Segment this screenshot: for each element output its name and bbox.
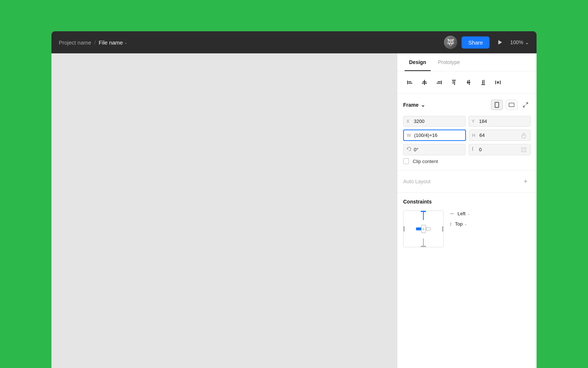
rotation-svg: [406, 146, 412, 152]
y-label: Y: [472, 119, 477, 124]
align-center-v-button[interactable]: [418, 76, 431, 89]
constraints-section: Constraints +: [397, 193, 537, 253]
tab-prototype[interactable]: Prototype: [434, 53, 465, 71]
avatar-image: 🐺: [444, 36, 457, 49]
align-right-icon: [436, 79, 442, 86]
svg-rect-23: [509, 103, 514, 107]
main-window: Project name / File name ⌄ 🐺 Share 100% …: [51, 31, 537, 368]
collapse-button[interactable]: [520, 100, 531, 110]
alignment-section: [397, 71, 537, 94]
constraint-selects: ↔ Left ⌄ ↕ Top ⌄: [449, 210, 531, 227]
auto-layout-section: Auto Layout +: [397, 170, 537, 193]
align-center-v-icon: [421, 79, 428, 86]
expand-corners-svg: [521, 147, 526, 152]
align-bottom-button[interactable]: [477, 76, 490, 89]
align-right-button[interactable]: [433, 76, 446, 89]
svg-rect-7: [441, 81, 442, 84]
align-center-h-button[interactable]: [462, 76, 475, 89]
w-field[interactable]: W (100/4)+16: [403, 130, 466, 141]
clip-content-row: Clip content: [403, 158, 531, 164]
collapse-icon: [523, 102, 528, 108]
lock-icon[interactable]: [520, 132, 527, 138]
clip-content-checkbox[interactable]: [403, 158, 409, 164]
breadcrumb: Project name / File name ⌄: [59, 39, 127, 46]
breadcrumb-separator: /: [94, 39, 96, 46]
w-label: W: [407, 133, 412, 138]
align-left-button[interactable]: [403, 76, 416, 89]
main-content: Design Prototype: [51, 53, 537, 368]
portrait-button[interactable]: [491, 100, 503, 110]
tab-design[interactable]: Design: [405, 53, 431, 71]
svg-rect-27: [521, 148, 523, 149]
frame-title-text: Frame: [403, 102, 419, 108]
h-chevron-icon: ⌄: [467, 212, 470, 216]
play-icon: [497, 39, 503, 45]
header-right: 🐺 Share 100% ⌄: [444, 36, 529, 49]
zoom-chevron: ⌄: [525, 39, 529, 45]
radius-value: 0: [479, 147, 520, 152]
avatar: 🐺: [444, 36, 457, 49]
x-field[interactable]: X 3200: [403, 116, 466, 127]
zoom-control[interactable]: 100% ⌄: [510, 39, 529, 45]
svg-rect-9: [437, 83, 441, 84]
align-bottom-icon: [480, 79, 487, 86]
svg-rect-1: [407, 81, 408, 84]
svg-rect-30: [524, 151, 526, 152]
rotation-field[interactable]: 0°: [403, 144, 466, 155]
portrait-icon: [495, 102, 499, 108]
v-arrow: ↕: [449, 221, 452, 227]
svg-rect-19: [495, 81, 496, 84]
file-name[interactable]: File name ⌄: [99, 39, 128, 46]
w-value: (100/4)+16: [414, 132, 462, 138]
add-icon: +: [524, 178, 528, 185]
svg-rect-3: [408, 83, 412, 84]
svg-rect-4: [424, 80, 425, 85]
v-chevron-icon: ⌄: [464, 222, 467, 226]
panel-tabs: Design Prototype: [397, 53, 537, 71]
green-topbar: [0, 0, 588, 31]
vertical-value: Top: [455, 221, 463, 227]
vertical-select[interactable]: Top ⌄: [455, 221, 467, 227]
align-center-h-icon: [465, 79, 472, 86]
horizontal-select[interactable]: Left ⌄: [458, 211, 470, 216]
frame-chevron-icon: ⌄: [421, 102, 425, 108]
vertical-constraint: ↕ Top ⌄: [449, 221, 531, 227]
rotation-value: 0°: [414, 147, 462, 152]
svg-rect-6: [422, 83, 427, 84]
rotation-radius-fields: 0° 0: [403, 144, 531, 155]
xy-fields: X 3200 Y 184: [403, 116, 531, 127]
horizontal-constraint: ↔ Left ⌄: [449, 210, 531, 216]
clip-content-label: Clip content: [413, 159, 438, 164]
svg-rect-13: [467, 82, 470, 83]
auto-layout-add-button[interactable]: +: [520, 176, 531, 187]
align-top-button[interactable]: [447, 76, 460, 89]
frame-section: Frame ⌄: [397, 94, 537, 170]
share-button[interactable]: Share: [462, 36, 490, 49]
svg-rect-28: [524, 148, 526, 149]
svg-rect-5: [423, 81, 426, 82]
y-field[interactable]: Y 184: [469, 116, 531, 127]
window-header: Project name / File name ⌄ 🐺 Share 100% …: [51, 31, 537, 53]
horizontal-value: Left: [458, 211, 466, 216]
distribute-icon: [495, 79, 501, 86]
play-button[interactable]: [494, 36, 506, 48]
frame-header: Frame ⌄: [403, 100, 531, 110]
h-field[interactable]: H 64: [469, 130, 531, 141]
tab-prototype-label: Prototype: [438, 59, 460, 65]
project-name: Project name: [59, 39, 91, 46]
svg-rect-15: [469, 80, 470, 85]
svg-rect-12: [454, 81, 455, 85]
svg-rect-29: [521, 151, 523, 152]
align-top-icon: [451, 79, 457, 86]
svg-rect-8: [438, 81, 441, 82]
expand-corners-icon[interactable]: [520, 147, 527, 152]
canvas[interactable]: [51, 53, 397, 368]
frame-title[interactable]: Frame ⌄: [403, 102, 425, 108]
radius-field[interactable]: 0: [469, 144, 531, 155]
h-value: 64: [480, 132, 520, 138]
h-arrow: ↔: [449, 210, 455, 216]
landscape-button[interactable]: [506, 100, 517, 110]
zoom-level: 100%: [510, 39, 523, 45]
x-value: 3200: [414, 118, 462, 124]
distribute-button[interactable]: [491, 76, 505, 89]
